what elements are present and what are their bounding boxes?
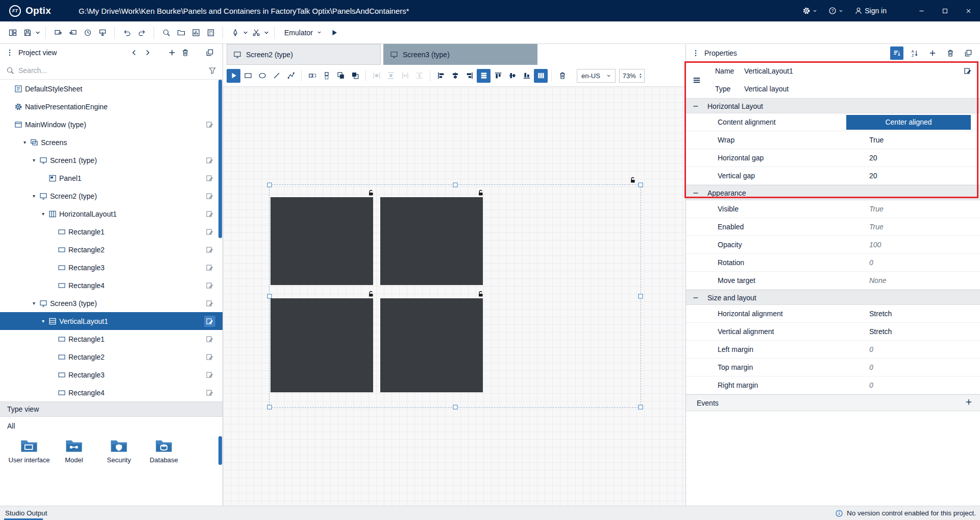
polyline-tool-button[interactable] [284,69,298,83]
send-to-back-button[interactable] [348,69,362,83]
layout-vertical-button[interactable] [477,69,491,83]
expand-arrow-icon[interactable]: ▾ [20,139,30,145]
bring-to-front-button[interactable] [334,69,348,83]
align-right-button[interactable] [462,69,476,83]
section-header-size-and-layout[interactable]: Size and layout [686,290,980,305]
close-button[interactable] [957,0,980,21]
export-button[interactable] [51,25,65,40]
tab-screen3-type[interactable]: Screen3 (type) [383,44,537,65]
property-value-dropdown[interactable]: Center aligned [846,115,971,130]
filter-properties-button[interactable] [890,46,903,60]
navigate-forward-button[interactable] [141,46,154,59]
tree-item-panel1[interactable]: Panel1 [0,169,223,187]
tree-scrollbar-thumb[interactable] [218,80,222,238]
tree-item-screen2-type[interactable]: ▾Screen2 (type) [0,187,223,205]
selection-handle[interactable] [639,183,643,187]
tree-item-screens[interactable]: ▾Screens [0,133,223,151]
category-security[interactable]: Security [97,437,141,464]
redo-button[interactable] [134,25,149,40]
delete-item-button[interactable] [179,46,192,59]
align-bottom-button[interactable] [520,69,533,83]
save-button[interactable] [20,25,35,40]
duplicate-horizontal-button[interactable] [305,69,319,83]
property-value[interactable]: 20 [869,149,877,167]
edit-panel-icon[interactable] [964,67,972,75]
category-model[interactable]: Model [52,437,96,464]
tree-item-defaultstylesheet[interactable]: DefaultStyleSheet [0,80,223,98]
lock-icon[interactable] [368,291,375,297]
tree-item-rectangle4[interactable]: Rectangle4 [0,384,223,401]
name-value[interactable]: VerticalLayout1 [744,62,793,80]
type-filter-all[interactable]: All [7,422,220,430]
run-emulator-button[interactable] [327,25,341,40]
tree-item-rectangle3[interactable]: Rectangle3 [0,258,223,276]
add-property-button[interactable] [926,46,939,60]
navigate-back-button[interactable] [128,46,141,59]
save-menu-chevron-icon[interactable] [35,25,41,40]
tree-item-verticallayout1[interactable]: ▾VerticalLayout1 [0,312,223,330]
selection-handle[interactable] [453,405,457,410]
add-event-icon[interactable] [965,398,973,406]
locale-select[interactable]: en-US [577,69,616,83]
property-value[interactable]: 0 [869,359,873,376]
tree-item-screen1-type[interactable]: ▾Screen1 (type) [0,151,223,169]
play-mode-button[interactable] [227,69,240,83]
events-section[interactable]: Events [686,394,980,411]
property-value[interactable]: 100 [869,236,881,254]
dock-panel-button[interactable] [203,46,216,59]
section-header-horizontal-layout[interactable]: Horizontal Layout [686,98,980,113]
expand-arrow-icon[interactable]: ▾ [38,318,48,324]
delete-property-button[interactable] [944,46,957,60]
selection-handle[interactable] [267,183,272,187]
lock-icon[interactable] [478,190,484,196]
align-top-button[interactable] [491,69,505,83]
zoom-spinner[interactable]: ▴▾ [640,73,642,79]
category-database[interactable]: Database [142,437,186,464]
history-button[interactable] [80,25,95,40]
search-input[interactable] [18,66,204,75]
line-tool-button[interactable] [270,69,283,83]
dock-panel-button[interactable] [962,46,975,60]
lock-icon[interactable] [368,190,375,196]
tree-item-rectangle1[interactable]: Rectangle1 [0,223,223,241]
help-button[interactable]: ? [823,0,849,21]
canvas-rectangle-3[interactable] [271,298,373,392]
property-value[interactable]: None [869,272,886,290]
delete-element-button[interactable] [555,69,569,83]
property-value[interactable]: 0 [869,376,873,394]
add-item-button[interactable] [165,46,179,59]
tree-item-rectangle2[interactable]: Rectangle2 [0,348,223,366]
align-middle-button[interactable] [505,69,519,83]
rectangle-tool-button[interactable] [241,69,255,83]
tree-item-mainwindow-type[interactable]: MainWindow (type) [0,115,223,133]
find-button[interactable] [159,25,174,40]
studio-output-tab[interactable]: Studio Output [4,506,48,520]
property-value[interactable]: True [869,218,884,236]
selection-handle[interactable] [267,294,272,298]
lock-icon[interactable] [630,177,636,183]
open-folder-button[interactable] [174,25,188,40]
tree-item-screen3-type[interactable]: ▾Screen3 (type) [0,294,223,312]
lock-icon[interactable] [478,291,484,297]
expand-arrow-icon[interactable]: ▾ [29,300,39,306]
property-value[interactable]: True [869,200,884,218]
expand-arrow-icon[interactable]: ▾ [29,157,39,163]
new-project-button[interactable] [5,25,20,40]
tree-item-nativepresentationengine[interactable]: NativePresentationEngine [0,98,223,115]
download-button[interactable] [95,25,110,40]
cut-menu-chevron-icon[interactable] [263,25,270,40]
ellipse-tool-button[interactable] [255,69,269,83]
canvas-rectangle-2[interactable] [380,197,483,285]
property-value[interactable]: Stretch [869,305,892,323]
tree-item-horizontallayout1[interactable]: ▾HorizontalLayout1 [0,205,223,223]
expand-arrow-icon[interactable]: ▾ [29,193,39,199]
panel-drag-handle-icon[interactable] [689,46,702,60]
maximize-button[interactable] [933,0,957,21]
design-canvas[interactable] [223,87,685,506]
chart-tool-button[interactable] [188,25,203,40]
emulator-select[interactable]: Emulator [279,29,327,37]
property-value[interactable]: Stretch [869,323,892,341]
sort-alphabetical-button[interactable]: AZ [908,46,921,60]
section-header-appearance[interactable]: Appearance [686,185,980,200]
expression-tool-button[interactable] [203,25,218,40]
